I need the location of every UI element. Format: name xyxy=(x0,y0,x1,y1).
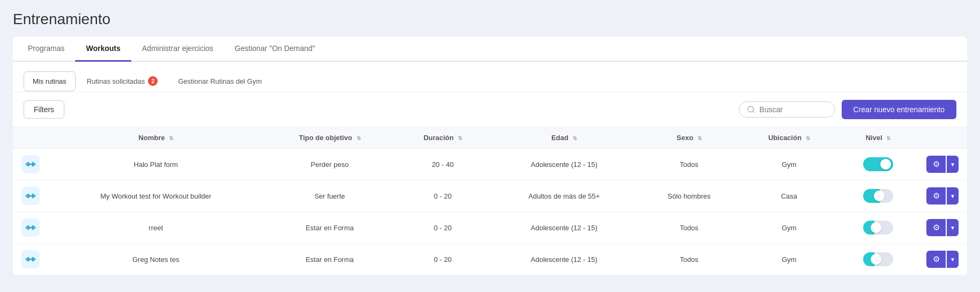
row-nivel[interactable] xyxy=(838,180,918,212)
row-icon xyxy=(21,218,40,237)
workouts-table: Nombre ⇅ Tipo de objetivo ⇅ Duración ⇅ E… xyxy=(13,127,967,275)
subtab-rutinas-label: Rutinas solicitadas xyxy=(87,77,145,85)
nivel-toggle[interactable] xyxy=(863,252,893,266)
content-area: Mis rutinas Rutinas solicitadas 2 Gestio… xyxy=(13,62,967,275)
col-duracion: Duración ⇅ xyxy=(396,127,490,149)
row-sexo: Todos xyxy=(639,149,740,180)
settings-button[interactable]: ⚙ xyxy=(926,219,946,236)
tab-gestionar[interactable]: Gestionar "On Demand" xyxy=(224,36,326,62)
dropdown-button[interactable]: ▼ xyxy=(947,187,959,205)
tab-administrar[interactable]: Administrar ejercicios xyxy=(131,36,224,62)
row-icon xyxy=(21,155,40,173)
table-header-row: Nombre ⇅ Tipo de objetivo ⇅ Duración ⇅ E… xyxy=(13,127,967,149)
row-tipo: Perder peso xyxy=(263,149,396,180)
action-btn-group: ⚙ ▼ xyxy=(926,187,959,205)
filters-button[interactable]: Filters xyxy=(24,100,64,119)
dropdown-button[interactable]: ▼ xyxy=(947,156,959,173)
row-actions: ⚙ ▼ xyxy=(918,212,967,244)
col-nivel: Nivel ⇅ xyxy=(838,127,918,149)
search-icon xyxy=(747,105,755,114)
page-title: Entrenamiento xyxy=(13,11,967,28)
sub-tabs-bar: Mis rutinas Rutinas solicitadas 2 Gestio… xyxy=(13,70,967,92)
settings-button[interactable]: ⚙ xyxy=(926,156,946,173)
col-nombre: Nombre ⇅ xyxy=(48,127,263,149)
row-edad: Adolescente (12 - 15) xyxy=(489,212,639,244)
svg-rect-19 xyxy=(28,258,29,261)
edad-sort-icon[interactable]: ⇅ xyxy=(573,136,577,141)
row-duracion: 20 - 40 xyxy=(396,149,490,180)
sexo-sort-icon[interactable]: ⇅ xyxy=(697,136,702,141)
tab-programas[interactable]: Programas xyxy=(17,36,75,62)
svg-rect-4 xyxy=(28,163,29,166)
col-edad: Edad ⇅ xyxy=(489,127,639,149)
row-icon-cell xyxy=(13,180,48,212)
row-duracion: 0 - 20 xyxy=(396,244,490,275)
toggle-knob xyxy=(880,159,891,170)
action-btn-group: ⚙ ▼ xyxy=(926,156,959,173)
table-row: My Workout test for Workout builder Ser … xyxy=(13,180,967,212)
nivel-sort-icon[interactable]: ⇅ xyxy=(886,136,890,141)
row-nivel[interactable] xyxy=(838,244,918,275)
search-input[interactable] xyxy=(760,105,824,114)
nivel-toggle-wrap[interactable] xyxy=(847,189,909,203)
search-box xyxy=(739,101,835,118)
svg-line-1 xyxy=(753,111,754,113)
row-tipo: Ser fuerte xyxy=(263,180,396,212)
tipo-sort-icon[interactable]: ⇅ xyxy=(357,136,361,141)
nivel-toggle-wrap[interactable] xyxy=(847,157,909,171)
col-ubicacion: Ubicación ⇅ xyxy=(740,127,838,149)
nivel-toggle[interactable] xyxy=(863,221,893,235)
action-btn-group: ⚙ ▼ xyxy=(926,219,959,236)
gear-icon: ⚙ xyxy=(933,254,940,264)
row-actions: ⚙ ▼ xyxy=(918,149,967,180)
nivel-toggle-wrap[interactable] xyxy=(847,252,909,266)
row-nombre: My Workout test for Workout builder xyxy=(48,180,263,212)
svg-rect-15 xyxy=(32,226,33,230)
row-actions: ⚙ ▼ xyxy=(918,180,967,212)
tab-workouts[interactable]: Workouts xyxy=(75,36,131,62)
row-duracion: 0 - 20 xyxy=(396,212,490,244)
row-icon-cell xyxy=(13,212,48,244)
chevron-down-icon: ▼ xyxy=(950,257,955,262)
nivel-toggle[interactable] xyxy=(863,157,893,171)
duracion-sort-icon[interactable]: ⇅ xyxy=(458,136,462,141)
col-actions xyxy=(918,127,967,149)
dropdown-button[interactable]: ▼ xyxy=(947,251,959,268)
row-ubicacion: Casa xyxy=(740,180,838,212)
settings-button[interactable]: ⚙ xyxy=(926,187,946,205)
subtab-rutinas-solicitadas[interactable]: Rutinas solicitadas 2 xyxy=(78,70,167,92)
toolbar-right: Crear nuevo entrenamiento xyxy=(739,100,956,119)
svg-rect-14 xyxy=(28,226,29,230)
row-actions: ⚙ ▼ xyxy=(918,244,967,275)
row-tipo: Estar en Forma xyxy=(263,212,396,244)
svg-rect-10 xyxy=(32,194,33,198)
row-ubicacion: Gym xyxy=(740,149,838,180)
rutinas-badge: 2 xyxy=(148,76,158,86)
row-nivel[interactable] xyxy=(838,212,918,244)
subtab-mis-rutinas[interactable]: Mis rutinas xyxy=(24,71,76,91)
table-row: rreet Estar en Forma 0 - 20 Adolescente … xyxy=(13,212,967,244)
main-tabs-bar: Programas Workouts Administrar ejercicio… xyxy=(13,36,967,62)
nivel-toggle-wrap[interactable] xyxy=(847,221,909,235)
settings-button[interactable]: ⚙ xyxy=(926,251,946,268)
row-icon xyxy=(21,250,40,268)
row-edad: Adolescente (12 - 15) xyxy=(489,244,639,275)
row-sexo: Sólo hombres xyxy=(639,180,740,212)
dropdown-button[interactable]: ▼ xyxy=(947,219,959,236)
nivel-toggle[interactable] xyxy=(863,189,893,203)
row-sexo: Todos xyxy=(639,244,740,275)
create-workout-button[interactable]: Crear nuevo entrenamiento xyxy=(842,100,956,119)
svg-point-0 xyxy=(748,106,754,112)
chevron-down-icon: ▼ xyxy=(950,225,955,231)
ubicacion-sort-icon[interactable]: ⇅ xyxy=(806,136,810,141)
page-wrapper: Entrenamiento Programas Workouts Adminis… xyxy=(0,0,980,292)
nombre-sort-icon[interactable]: ⇅ xyxy=(169,136,173,141)
subtab-gestionar-rutinas[interactable]: Gestionar Rutinas del Gym xyxy=(169,71,271,91)
row-nombre: Greg Notes tes xyxy=(48,244,263,275)
row-edad: Adultos de más de 55+ xyxy=(489,180,639,212)
row-icon xyxy=(21,187,40,205)
toggle-knob xyxy=(871,222,881,233)
dumbbell-icon xyxy=(25,254,36,265)
row-nivel[interactable] xyxy=(838,149,918,180)
table-row: Greg Notes tes Estar en Forma 0 - 20 Ado… xyxy=(13,244,967,275)
